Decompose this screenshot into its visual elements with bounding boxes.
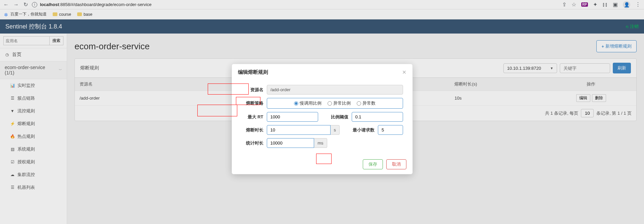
radio-label: 慢调用比例 (300, 100, 321, 106)
modal-title: 编辑熔断规则 (238, 69, 268, 75)
duration-input[interactable] (267, 125, 331, 135)
duration-unit: s (331, 125, 340, 135)
label-ratio: 比例阈值 (326, 114, 352, 120)
radio-error-ratio[interactable]: 异常比例 (328, 100, 351, 106)
label-maxrt: 最大 RT (241, 114, 267, 120)
maxrt-input[interactable] (267, 112, 318, 122)
close-icon[interactable]: × (402, 69, 406, 75)
label-resource: 资源名 (241, 87, 267, 93)
ratio-input[interactable] (352, 112, 403, 122)
radio-label: 异常比例 (333, 100, 351, 106)
radio-label: 异常数 (362, 100, 376, 106)
save-button[interactable]: 保存 (363, 159, 383, 169)
modal-overlay: 编辑熔断规则 × 资源名 熔断策略 慢调用比例 异常比例 异常数 (0, 0, 644, 224)
label-duration: 熔断时长 (241, 127, 267, 133)
radio-error-count[interactable]: 异常数 (357, 100, 376, 106)
minreq-input[interactable] (378, 125, 403, 135)
label-strategy: 熔断策略 (241, 100, 267, 106)
label-minreq: 最小请求数 (348, 127, 378, 133)
label-stat: 统计时长 (241, 140, 267, 146)
resource-input (267, 85, 403, 95)
cancel-button[interactable]: 取消 (386, 159, 406, 169)
radio-slow-ratio[interactable]: 慢调用比例 (294, 100, 321, 106)
stat-input[interactable] (267, 138, 314, 148)
edit-rule-modal: 编辑熔断规则 × 资源名 熔断策略 慢调用比例 异常比例 异常数 (232, 64, 413, 174)
stat-unit: ms (314, 138, 327, 148)
strategy-radio-group: 慢调用比例 异常比例 异常数 (267, 98, 403, 109)
